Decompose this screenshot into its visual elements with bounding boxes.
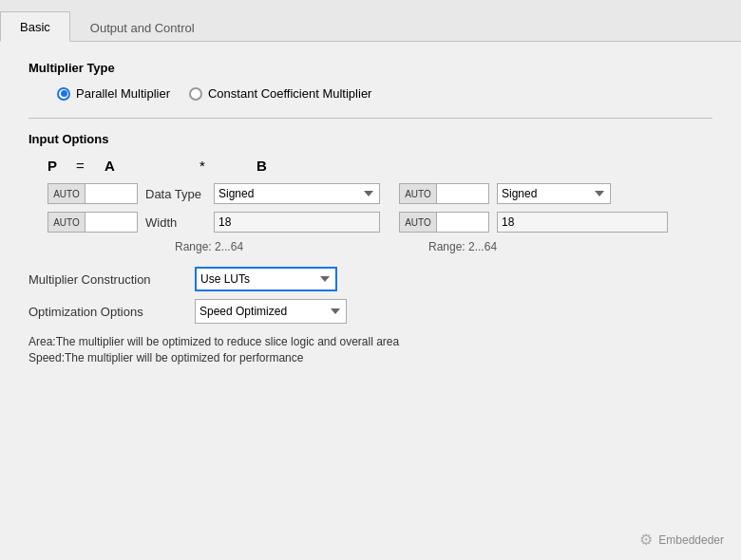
multiplier-construction-label: Multiplier Construction — [28, 272, 195, 287]
equation-row: P = A * B — [28, 158, 712, 174]
width-a-input[interactable] — [86, 212, 138, 233]
width-b-input[interactable] — [437, 212, 489, 233]
brand-icon: ⚙ — [639, 531, 653, 549]
width-b-value[interactable] — [497, 212, 668, 233]
data-type-row: AUTO Data Type Signed Unsigned AUTO Sign… — [28, 183, 712, 204]
range-a-text: Range: 2...64 — [175, 240, 351, 253]
tab-basic[interactable]: Basic — [0, 11, 70, 42]
description-section: Area:The multiplier will be optimized to… — [28, 335, 712, 364]
range-b-text: Range: 2...64 — [428, 240, 604, 253]
desc-line-1: Area:The multiplier will be optimized to… — [28, 335, 712, 348]
optimization-options-row: Optimization Options Speed Optimized Are… — [28, 299, 712, 324]
eq-a: A — [104, 158, 200, 174]
data-type-a-group: AUTO — [48, 183, 138, 204]
data-type-a-input[interactable] — [86, 183, 138, 204]
radio-constant-circle — [189, 87, 202, 101]
radio-parallel[interactable]: Parallel Multiplier — [57, 86, 170, 101]
eq-p: P — [48, 158, 76, 174]
width-label: Width — [138, 215, 214, 230]
width-a-value[interactable] — [214, 212, 380, 233]
eq-star: * — [200, 158, 256, 174]
tabs-bar: Basic Output and Control — [0, 0, 741, 42]
footer: ⚙ Embeddeder — [639, 531, 724, 549]
multiplier-construction-dropdown[interactable]: Use LUTs Use DSP48s Use DSP48s and LUTs — [195, 267, 337, 291]
data-type-b-auto-btn[interactable]: AUTO — [399, 183, 437, 204]
content-area: Multiplier Type Parallel Multiplier Cons… — [0, 42, 741, 560]
multiplier-type-section: Multiplier Type Parallel Multiplier Cons… — [28, 61, 712, 101]
desc-line-2: Speed:The multiplier will be optimized f… — [28, 351, 712, 364]
input-options-section: Input Options P = A * B AUTO Data Type S… — [28, 118, 712, 253]
data-type-a-dropdown[interactable]: Signed Unsigned — [214, 183, 380, 204]
data-type-b-dropdown[interactable]: Signed Unsigned — [497, 183, 611, 204]
optimization-options-dropdown[interactable]: Speed Optimized Area Optimized — [195, 299, 347, 324]
optimization-options-label: Optimization Options — [28, 305, 195, 319]
data-type-b-group: AUTO — [399, 183, 489, 204]
width-a-group: AUTO — [48, 212, 138, 233]
options-section: Multiplier Construction Use LUTs Use DSP… — [28, 267, 712, 324]
range-row: Range: 2...64 Range: 2...64 — [28, 240, 712, 253]
data-type-a-auto-btn[interactable]: AUTO — [48, 183, 86, 204]
data-type-b-input[interactable] — [437, 183, 489, 204]
multiplier-construction-row: Multiplier Construction Use LUTs Use DSP… — [28, 267, 712, 291]
radio-constant[interactable]: Constant Coefficient Multiplier — [189, 86, 371, 101]
main-container: Basic Output and Control Multiplier Type… — [0, 0, 741, 560]
width-b-auto-btn[interactable]: AUTO — [399, 212, 437, 233]
data-type-label: Data Type — [138, 187, 214, 201]
eq-equals: = — [76, 158, 104, 174]
width-row: AUTO Width AUTO — [28, 212, 712, 233]
multiplier-type-title: Multiplier Type — [28, 61, 712, 75]
multiplier-type-radio-group: Parallel Multiplier Constant Coefficient… — [28, 86, 712, 101]
tab-output-control[interactable]: Output and Control — [70, 12, 215, 42]
input-options-title: Input Options — [28, 132, 712, 146]
radio-parallel-circle — [57, 87, 70, 101]
brand-name: Embeddeder — [658, 533, 724, 547]
width-a-auto-btn[interactable]: AUTO — [48, 212, 86, 233]
width-b-group: AUTO — [399, 212, 489, 233]
eq-b: B — [256, 158, 267, 174]
